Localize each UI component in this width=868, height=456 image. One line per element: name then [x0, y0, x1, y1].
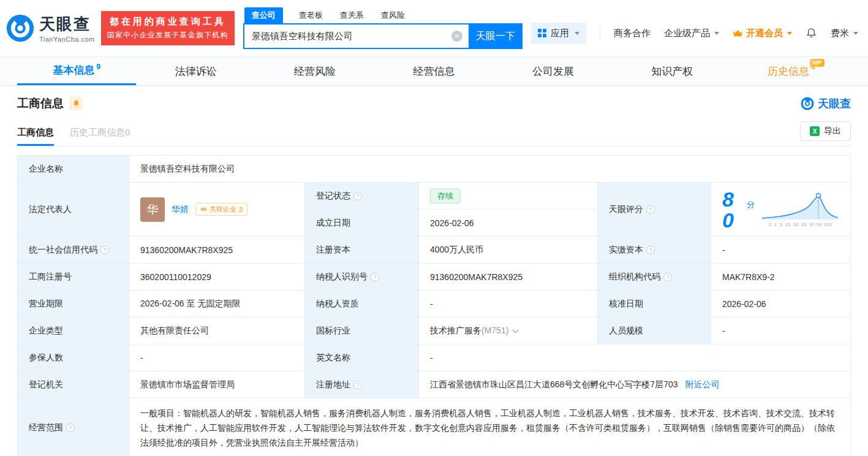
business-coop-link[interactable]: 商务合作 [614, 28, 651, 39]
search-row: × 天眼一下 [243, 23, 523, 49]
chevron-down-icon [853, 32, 858, 35]
industry-code: (M751) [481, 325, 508, 335]
est-date-value-cell: 2026-02-06 [419, 210, 598, 237]
approval-date: 2026-02-06 [722, 299, 766, 309]
enterprise-products-menu[interactable]: 企业级产品 [664, 28, 719, 39]
field-label: 经营范围 [29, 422, 63, 433]
tab-operation-info[interactable]: 经营信息 [374, 57, 493, 85]
taxpayer-quality-label-cell: 纳税人资质 [305, 291, 419, 317]
company-type-label-cell: 企业类型 [18, 317, 129, 344]
table-row: 经营范围 ? 一般项目：智能机器人的研发，智能机器人销售，服务消费机器人制造，服… [18, 398, 851, 456]
tab-legal-litigation[interactable]: 法律诉讼 [136, 57, 255, 85]
export-button[interactable]: X 导出 [800, 121, 851, 141]
company-name-label-cell: 企业名称 [18, 156, 129, 183]
business-scope-value-cell: 一般项目：智能机器人的研发，智能机器人销售，服务消费机器人制造，服务消费机器人销… [129, 398, 851, 456]
help-icon[interactable]: ? [371, 273, 379, 281]
search-tabs: 查公司 查老板 查关系 查风险 [243, 7, 523, 23]
taxpayer-id-value-cell: 91360200MAK7R8X925 [419, 264, 598, 291]
notification-bell-icon[interactable] [806, 27, 817, 39]
help-icon[interactable]: ? [663, 273, 672, 281]
bell-icon [72, 99, 80, 108]
org-code: MAK7R8X9-2 [722, 272, 775, 282]
vip-label: 开通会员 [746, 28, 783, 39]
field-label: 营业期限 [29, 298, 63, 310]
related-companies-tag[interactable]: 关联企业 3 [195, 203, 247, 216]
help-icon[interactable]: ? [66, 424, 75, 432]
reg-status-value-cell: 存续 [419, 183, 598, 210]
legal-rep-label-cell: 法定代表人 [18, 183, 129, 237]
search-tab-company[interactable]: 查公司 [244, 7, 283, 23]
subtab-business-info[interactable]: 工商信息 [17, 127, 54, 146]
tianyancha-logo[interactable]: 天眼查 TianYanCha.com [6, 13, 95, 43]
reg-number: 360200110012029 [140, 272, 211, 282]
field-label: 登记状态 [316, 191, 350, 202]
chevron-down-icon [787, 32, 792, 35]
help-icon[interactable]: ? [100, 246, 109, 254]
search-tab-relation[interactable]: 查关系 [339, 7, 365, 23]
paid-capital: - [722, 245, 725, 255]
staff-size-label-cell: 人员规模 [598, 317, 711, 344]
business-info-table: 企业名称 景德镇吾空科技有限公司 法定代表人 华 华婧 [17, 155, 851, 456]
reg-address: 江西省景德镇市珠山区昌江大道668号文创孵化中心写字楼7层703 [430, 379, 678, 389]
score-chart[interactable]: 0 1 3 15 50 85 97 99 100 [761, 192, 839, 227]
help-icon[interactable]: ? [353, 192, 362, 200]
industry-value-cell: 技术推广服务(M751) [419, 317, 598, 344]
brand-domain: TianYanCha.com [39, 36, 95, 43]
tab-intellectual-property[interactable]: 知识产权 [613, 57, 731, 85]
tab-operation-risk[interactable]: 经营风险 [255, 57, 374, 85]
reg-capital: 4000万人民币 [430, 245, 483, 254]
user-menu[interactable]: 费米 [831, 28, 858, 39]
reg-number-value-cell: 360200110012029 [129, 264, 305, 291]
taxpayer-quality: - [430, 299, 433, 309]
clear-search-icon[interactable]: × [451, 31, 462, 42]
reg-status-label-cell: 登记状态 ? [305, 183, 419, 210]
legal-rep-avatar[interactable]: 华 [140, 197, 165, 222]
score-value-cell: 80 分 0 1 3 15 50 85 97 99 100 [711, 183, 851, 237]
taxpayer-id: 91360200MAK7R8X925 [430, 272, 523, 282]
reg-authority-value-cell: 景德镇市市场监督管理局 [129, 371, 305, 398]
vip-upgrade-menu[interactable]: 开通会员 [733, 28, 792, 39]
header: 天眼查 TianYanCha.com 都在用的商业查询工具 国家中小企业发展子基… [0, 0, 868, 56]
reg-address-value-cell: 江西省景德镇市珠山区昌江大道668号文创孵化中心写字楼7层703附近公司 [419, 371, 851, 398]
section-header: 工商信息 天眼查 [17, 96, 851, 112]
search-tab-risk[interactable]: 查风险 [380, 7, 406, 23]
field-label: 纳税人资质 [316, 298, 359, 310]
table-row: 企业类型 其他有限责任公司 国标行业 技术推广服务(M751) 人员规模 - [18, 317, 851, 344]
search-button[interactable]: 天眼一下 [469, 23, 523, 49]
field-label: 登记机关 [29, 379, 63, 390]
approval-date-value-cell: 2026-02-06 [711, 291, 851, 317]
tab-history-info[interactable]: VIP 历史信息 4 [732, 57, 851, 85]
header-nav: 应用 商务合作 企业级产品 开通会员 费米 [531, 23, 858, 44]
subscribe-bell-icon[interactable] [69, 97, 83, 110]
search-tab-boss[interactable]: 查老板 [298, 7, 324, 23]
help-icon[interactable]: ? [646, 246, 655, 254]
chevron-down-icon [575, 32, 579, 35]
field-label: 注册地址 [316, 379, 350, 390]
nearby-companies-link[interactable]: 附近公司 [685, 379, 720, 389]
score-value: 80 [722, 189, 745, 230]
legal-rep-name-link[interactable]: 华婧 [172, 204, 189, 215]
org-code-label-cell: 组织机构代码 ? [598, 264, 711, 291]
taxpayer-quality-value-cell: - [419, 291, 598, 317]
related-companies-count: 3 [239, 206, 243, 213]
status-badge: 存续 [430, 189, 461, 203]
table-row: 工商注册号 360200110012029 纳税人识别号 ? 91360200M… [18, 264, 851, 291]
promo-banner-line1: 都在用的商业查询工具 [107, 16, 228, 28]
subtab-history-business-info[interactable]: 历史工商信息0 [70, 127, 130, 146]
section-title: 工商信息 [17, 96, 64, 112]
main-content: 工商信息 天眼查 工商信息 历史工商信息0 X 导出 [0, 96, 868, 456]
business-scope: 一般项目：智能机器人的研发，智能机器人销售，服务消费机器人制造，服务消费机器人销… [140, 408, 835, 447]
help-icon[interactable]: ? [646, 205, 655, 214]
export-label: 导出 [824, 126, 841, 137]
taxpayer-id-label-cell: 纳税人识别号 ? [305, 264, 419, 291]
search-input[interactable] [243, 23, 469, 49]
crown-icon [733, 29, 743, 37]
business-term-label-cell: 营业期限 [18, 291, 129, 317]
english-name: - [430, 353, 433, 363]
industry-expand-icon[interactable] [513, 327, 519, 333]
help-icon[interactable]: ? [353, 381, 362, 389]
tab-company-development[interactable]: 公司发展 [494, 57, 613, 85]
apps-menu[interactable]: 应用 [531, 23, 586, 44]
reg-number-label-cell: 工商注册号 [18, 264, 129, 291]
tab-basic-info[interactable]: 基本信息 9 [17, 57, 136, 85]
